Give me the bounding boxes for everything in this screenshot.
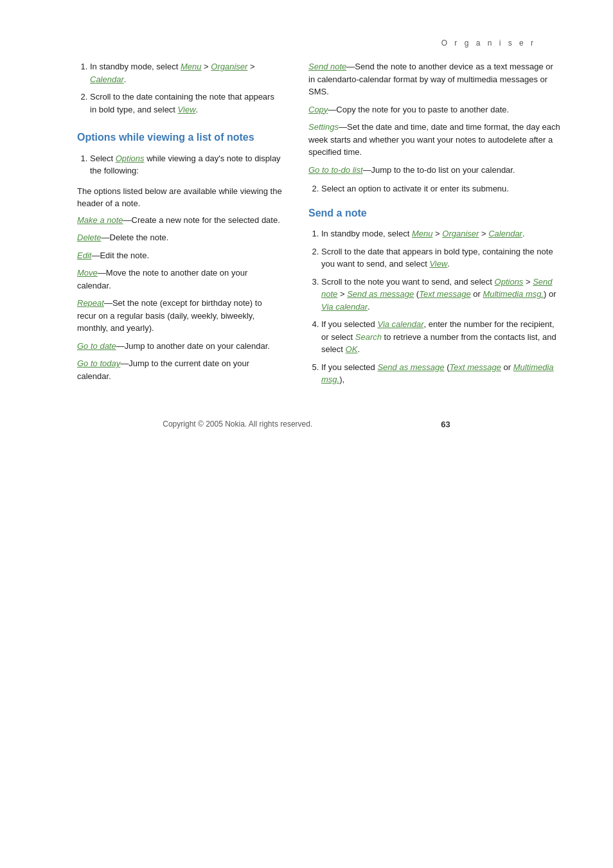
sn-text-msg-ref: Text message xyxy=(449,362,501,372)
options-link: Options xyxy=(116,154,145,163)
page-footer: Copyright © 2005 Nokia. All rights reser… xyxy=(0,394,613,442)
option-send-note: Send note—Send the note to another devic… xyxy=(308,60,562,98)
intro-item-2: Scroll to the date containing the note t… xyxy=(90,91,283,116)
sn-ok-link: OK xyxy=(346,344,358,354)
send-step-4: If you selected Via calendar, enter the … xyxy=(321,318,562,356)
option-edit: Edit—Edit the note. xyxy=(77,249,283,262)
sn-search-link: Search xyxy=(355,332,382,342)
option-settings: Settings—Set the date and time, date and… xyxy=(308,121,562,159)
option-go-to-today: Go to today—Jump to the current date on … xyxy=(77,357,283,382)
sn-multimedia-link: Multimedia msg. xyxy=(483,289,544,299)
intro-section: In standby mode, select Menu > Organiser… xyxy=(77,60,283,116)
copyright-text: Copyright © 2005 Nokia. All rights reser… xyxy=(163,420,312,429)
send-note-steps: In standby mode, select Menu > Organiser… xyxy=(308,227,562,386)
right-column: Send note—Send the note to another devic… xyxy=(308,60,562,394)
sn-via-cal-ref: Via calendar xyxy=(377,319,423,329)
send-step-1: In standby mode, select Menu > Organiser… xyxy=(321,227,562,240)
page-header: O r g a n i s e r xyxy=(0,0,613,60)
sub-para: The options listed below are available w… xyxy=(77,185,283,210)
left-column: In standby mode, select Menu > Organiser… xyxy=(77,60,283,394)
page: O r g a n i s e r In standby mode, selec… xyxy=(0,0,613,868)
sn-calendar-link: Calendar xyxy=(488,229,522,238)
menu-link: Menu xyxy=(181,62,202,71)
page-number: 63 xyxy=(441,420,450,429)
option-delete: Delete—Delete the note. xyxy=(77,231,283,244)
calendar-link: Calendar xyxy=(90,75,124,84)
sn-organiser-link: Organiser xyxy=(442,229,479,238)
sn-menu-link: Menu xyxy=(412,229,433,238)
send-step-2: Scroll to the date that appears in bold … xyxy=(321,245,562,270)
send-note-heading: Send a note xyxy=(308,207,562,220)
sn-options-link: Options xyxy=(495,277,524,287)
sn-via-calendar-link: Via calendar xyxy=(321,302,368,312)
option-copy: Copy—Copy the note for you to paste to a… xyxy=(308,103,562,116)
options-list: Select Options while viewing a day's not… xyxy=(77,152,283,177)
sn-text-msg-link: Text message xyxy=(419,289,470,299)
content-wrapper: In standby mode, select Menu > Organiser… xyxy=(0,60,613,394)
send-step-5: If you selected Send as message (Text me… xyxy=(321,361,562,386)
sn-view-link: View xyxy=(429,259,447,269)
option-make-a-note: Make a note—Create a new note for the se… xyxy=(77,214,283,227)
header-title: O r g a n i s e r xyxy=(441,39,536,48)
options-item-1: Select Options while viewing a day's not… xyxy=(90,152,283,177)
option-move: Move—Move the note to another date on yo… xyxy=(77,267,283,292)
intro-list: In standby mode, select Menu > Organiser… xyxy=(77,60,283,116)
sn-send-as-msg-link: Send as message xyxy=(347,289,414,299)
intro-item-1: In standby mode, select Menu > Organiser… xyxy=(90,60,283,85)
view-link: View xyxy=(178,105,196,114)
option-repeat: Repeat—Set the note (except for birthday… xyxy=(77,297,283,335)
organiser-link: Organiser xyxy=(211,62,247,71)
send-step-3: Scroll to the note you want to send, and… xyxy=(321,276,562,314)
step-2-list: Select an option to activate it or enter… xyxy=(308,182,562,195)
option-go-to-date: Go to date—Jump to another date on your … xyxy=(77,340,283,353)
sn-send-as-msg-ref: Send as message xyxy=(377,362,444,372)
option-go-to-todo: Go to to-do list—Jump to the to-do list … xyxy=(308,164,562,177)
step-2-item: Select an option to activate it or enter… xyxy=(321,182,562,195)
options-heading: Options while viewing a list of notes xyxy=(77,131,283,145)
